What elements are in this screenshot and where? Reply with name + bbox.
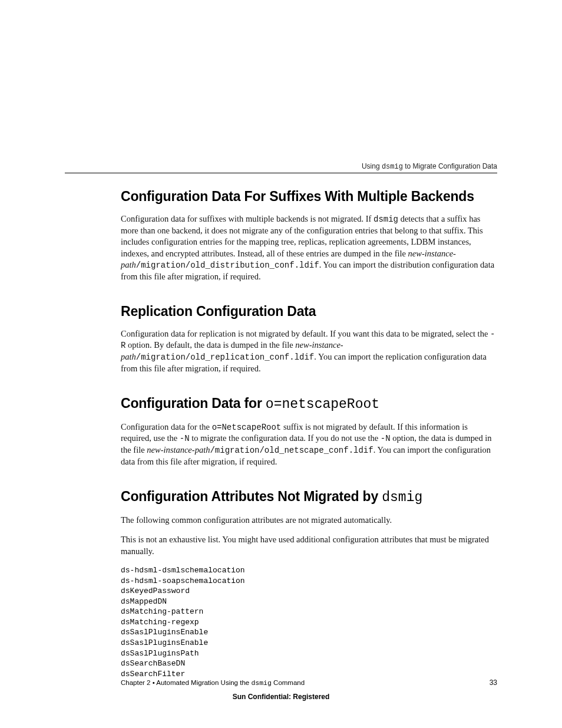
paragraph: Configuration data for suffixes with mul… (121, 213, 497, 283)
content: Configuration Data For Suffixes With Mul… (121, 188, 497, 679)
footer-text: Chapter 2 • Automated Migration Using th… (121, 679, 251, 686)
heading-code: o=netscapeRoot (266, 397, 379, 412)
page-number: 33 (490, 678, 497, 687)
heading-netscaperoot: Configuration Data for o=netscapeRoot (121, 395, 497, 413)
running-header-suffix: to Migrate Configuration Data (403, 162, 497, 170)
inline-italic: new-instance-path (147, 445, 210, 454)
heading-code: dsmig (382, 490, 422, 505)
running-header: Using dsmig to Migrate Configuration Dat… (362, 162, 497, 171)
inline-code: /migration/old_distribution_conf.ldif (136, 261, 319, 270)
heading-attrs-not-migrated: Configuration Attributes Not Migrated by… (121, 488, 497, 506)
paragraph: Configuration data for replication is no… (121, 328, 497, 375)
section-suffixes-multiple-backends: Configuration Data For Suffixes With Mul… (121, 188, 497, 283)
text: Configuration data for suffixes with mul… (121, 214, 373, 223)
section-netscaperoot: Configuration Data for o=netscapeRoot Co… (121, 395, 497, 468)
inline-code: dsmig (373, 215, 398, 224)
text: Configuration data for the (121, 422, 212, 431)
attribute-list: ds-hdsml-dsmlschemalocation ds-hdsml-soa… (121, 565, 497, 679)
inline-code: /migration/old_replication_conf.ldif (136, 353, 314, 362)
running-header-prefix: Using (362, 162, 382, 170)
text: Configuration data for replication is no… (121, 329, 490, 338)
inline-code: /migration/old_netscape_conf.ldif (210, 446, 373, 455)
confidential-notice: Sun Confidential: Registered (0, 693, 562, 701)
footer-text: Command (272, 679, 305, 686)
page: Using dsmig to Migrate Configuration Dat… (0, 0, 562, 728)
footer-code: dsmig (251, 679, 272, 687)
inline-code: -N (180, 434, 190, 443)
text: to migrate the configuration data. If yo… (190, 433, 381, 443)
text: option. By default, the data is dumped i… (125, 340, 295, 350)
running-header-cmd: dsmig (382, 163, 403, 171)
section-replication-config: Replication Configuration Data Configura… (121, 303, 497, 375)
heading-replication-config: Replication Configuration Data (121, 303, 497, 320)
header-rule (65, 173, 497, 173)
section-attrs-not-migrated: Configuration Attributes Not Migrated by… (121, 488, 497, 679)
inline-code: o=NetscapeRoot (212, 423, 282, 432)
paragraph: Configuration data for the o=NetscapeRoo… (121, 421, 497, 468)
paragraph: This is not an exhaustive list. You migh… (121, 534, 497, 557)
paragraph: The following common configuration attri… (121, 515, 497, 526)
heading-text: Configuration Attributes Not Migrated by (121, 489, 382, 504)
heading-text: Configuration Data for (121, 396, 266, 411)
heading-suffixes-multiple-backends: Configuration Data For Suffixes With Mul… (121, 188, 497, 205)
footer-chapter: Chapter 2 • Automated Migration Using th… (121, 679, 305, 687)
inline-code: -N (381, 434, 391, 443)
